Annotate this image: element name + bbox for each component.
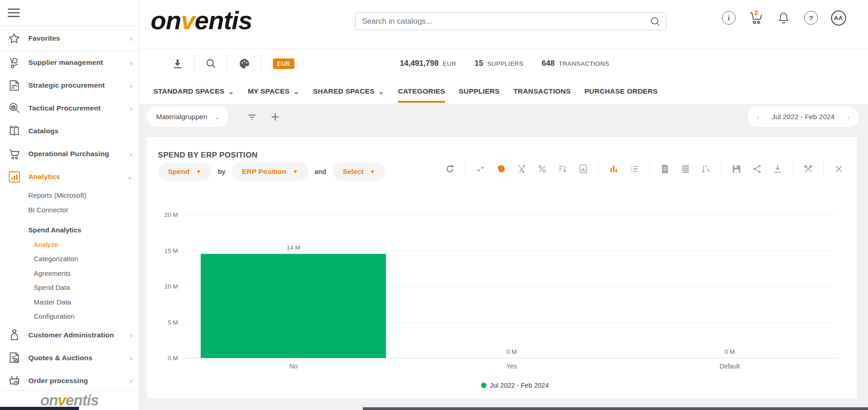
currency-badge[interactable]: EUR <box>273 58 294 69</box>
search-input[interactable] <box>355 12 666 30</box>
download-icon[interactable] <box>769 161 786 177</box>
help-icon[interactable]: ? <box>803 10 819 26</box>
sidebar-item-label: Order processing <box>28 377 127 385</box>
percent-icon[interactable] <box>534 161 550 177</box>
catalog-search <box>355 12 666 30</box>
hamburger-menu-icon[interactable] <box>7 8 20 18</box>
bar-no[interactable] <box>201 254 386 358</box>
subitem-label: Spend Analytics <box>28 226 81 234</box>
refresh-icon[interactable] <box>442 161 458 177</box>
value-label: 0 M <box>621 348 839 355</box>
tab-shared-spaces[interactable]: SHARED SPACES⌄ <box>313 79 384 104</box>
sidebar-subitem-bi-connector[interactable]: BI Connector <box>0 203 139 217</box>
close-icon[interactable] <box>831 161 847 177</box>
info-icon[interactable]: i <box>721 10 737 26</box>
workspace-tabs: STANDARD SPACES⌄ MY SPACES⌄ SHARED SPACE… <box>139 79 868 104</box>
category-label: No <box>184 363 403 370</box>
legend-marker <box>481 383 486 388</box>
sidebar-item-label: Tactical Procurement <box>28 104 127 112</box>
bar-chart-view-icon[interactable] <box>606 161 622 177</box>
sidebar-subitem-analyze[interactable]: Analyze <box>0 237 139 252</box>
sidebar-subheader-spend-analytics[interactable]: Spend Analytics <box>0 223 139 237</box>
search-icon[interactable] <box>650 16 662 27</box>
tab-standard-spaces[interactable]: STANDARD SPACES⌄ <box>153 79 234 104</box>
taskbar-strip-right <box>363 407 868 410</box>
content-area: Materialgruppen ⌄ ‹ Jul 2022 - Feb 2024 … <box>139 104 868 410</box>
tab-purchase-orders[interactable]: PURCHASE ORDERS <box>584 79 658 104</box>
sidebar-subitem-categorization[interactable]: Categorization <box>0 252 139 266</box>
chevron-down-icon: ⌄ <box>214 114 220 121</box>
sidebar-item-order-processing[interactable]: Order processing › <box>0 369 139 392</box>
save-icon[interactable] <box>728 161 745 177</box>
sidebar-subitem-agreements[interactable]: Agreements <box>0 266 139 281</box>
sidebar-item-catalogs[interactable]: Catalogs <box>0 120 139 142</box>
crossed-arrows-icon[interactable] <box>513 161 530 177</box>
sidebar-item-label: Operational Purchasing <box>28 150 127 158</box>
measure-select[interactable]: Spend▼ <box>158 163 211 181</box>
filter-bar: Materialgruppen ⌄ ‹ Jul 2022 - Feb 2024 … <box>139 104 868 130</box>
date-range-value: Jul 2022 - Feb 2024 <box>772 113 835 121</box>
subitem-label: Configuration <box>34 312 74 320</box>
pivot-icon[interactable] <box>698 161 714 177</box>
header-icons: i 2 ? AA <box>721 10 846 26</box>
sidebar-item-quotes-auctions[interactable]: Quotes & Auctions › <box>0 347 139 369</box>
basket-clock-icon <box>7 374 21 388</box>
tab-transactions[interactable]: TRANSACTIONS <box>513 79 571 104</box>
chevron-right-icon: › <box>127 35 132 42</box>
sidebar-item-tactical-procurement[interactable]: Tactical Procurement › <box>0 97 139 120</box>
chevron-right-icon: › <box>127 105 132 112</box>
conjunction-by: by <box>218 168 225 175</box>
export-download-icon[interactable] <box>171 57 184 70</box>
add-icon[interactable] <box>268 110 282 124</box>
contract-document-icon <box>7 79 21 92</box>
sidebar-item-operational-purchasing[interactable]: Operational Purchasing › <box>0 142 139 165</box>
notifications-bell-icon[interactable] <box>776 10 791 26</box>
sidebar-subitem-configuration[interactable]: Configuration <box>0 309 139 324</box>
zoom-search-icon[interactable] <box>204 57 218 70</box>
magnifier-box-icon <box>7 101 21 115</box>
subitem-label: Master Data <box>34 298 71 306</box>
sidebar-item-analytics[interactable]: Analytics ⌄ <box>0 165 139 188</box>
chart-config-row: Spend▼ by ERP Position▼ and Select▼ <box>158 163 385 181</box>
share-icon[interactable] <box>749 161 765 177</box>
sidebar-subitem-reports-microsoft[interactable]: Reports (Microsoft) <box>0 188 139 203</box>
bar-slot: 0 MYes <box>403 215 621 358</box>
cart-icon[interactable]: 2 <box>748 10 764 26</box>
settings-tools-icon[interactable] <box>800 161 816 177</box>
tag-icon[interactable] <box>493 161 509 177</box>
prev-period-icon[interactable]: ‹ <box>755 113 761 121</box>
chevron-right-icon: › <box>127 150 132 158</box>
sidebar-item-supplier-management[interactable]: Supplier management › <box>0 51 139 74</box>
tab-suppliers[interactable]: SUPPLIERS <box>459 79 500 104</box>
value-label: 14 M <box>184 244 403 251</box>
tab-my-spaces[interactable]: MY SPACES⌄ <box>248 79 299 104</box>
y-tick-label: 10 M <box>164 283 178 290</box>
next-period-icon[interactable]: › <box>846 113 852 121</box>
secondary-dimension-select[interactable]: Select▼ <box>333 163 386 181</box>
sidebar-item-favorites[interactable]: Favorites › <box>0 26 139 51</box>
dimension-pill-select[interactable]: ERP Position▼ <box>232 163 308 181</box>
dimension-select[interactable]: Materialgruppen ⌄ <box>147 107 229 127</box>
sidebar-subitem-master-data[interactable]: Master Data <box>0 295 139 310</box>
chevron-right-icon: › <box>127 331 132 339</box>
rows-icon[interactable] <box>677 161 694 177</box>
tab-categories[interactable]: CATEGORIES <box>398 79 445 104</box>
sidebar-item-customer-administration[interactable]: Customer Administration › <box>0 324 139 347</box>
sidebar-item-label: Quotes & Auctions <box>28 354 127 362</box>
avatar[interactable]: AA <box>831 10 846 26</box>
chevron-down-icon: ⌄ <box>127 173 132 181</box>
sort-descending-icon[interactable] <box>554 161 571 177</box>
legend-label[interactable]: Jul 2022 - Feb 2024 <box>490 382 549 389</box>
filter-icon[interactable] <box>245 110 259 124</box>
sidebar-item-strategic-procurement[interactable]: Strategic procurement › <box>0 74 139 97</box>
sidebar-item-label: Supplier management <box>28 58 127 67</box>
list-view-icon[interactable] <box>626 161 643 177</box>
date-range-selector[interactable]: ‹ Jul 2022 - Feb 2024 › <box>748 107 859 127</box>
sidebar-subitem-spend-data[interactable]: Spend Data <box>0 280 139 295</box>
onventis-logo: onventis <box>151 5 252 35</box>
chart-panel-icon[interactable] <box>575 161 591 177</box>
merge-arrows-icon[interactable] <box>472 161 489 177</box>
report-page-icon[interactable] <box>657 161 673 177</box>
sidebar-item-label: Catalogs <box>28 127 132 135</box>
palette-icon[interactable] <box>237 57 251 70</box>
